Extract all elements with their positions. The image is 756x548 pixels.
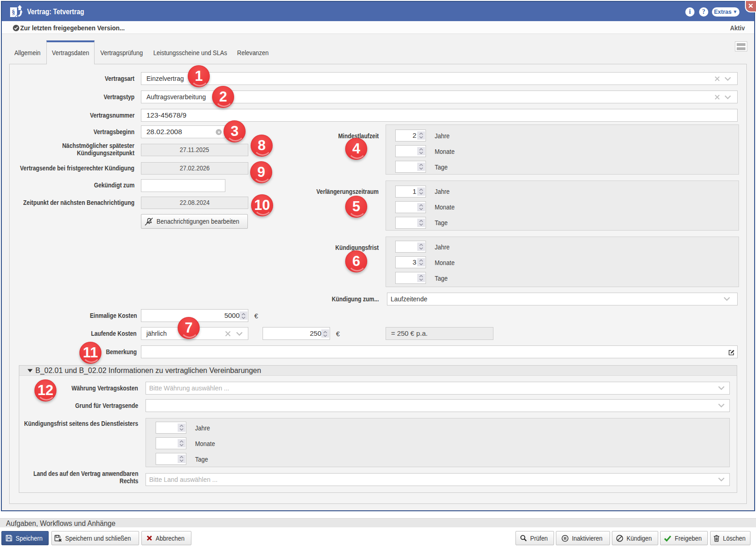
svg-text:§: § bbox=[12, 9, 15, 16]
